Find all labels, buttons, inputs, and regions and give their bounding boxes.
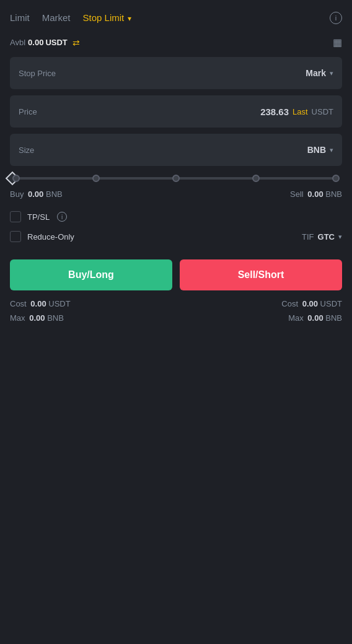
cost-row: Cost 0.00 USDT Cost 0.00 USDT (10, 299, 342, 308)
sell-qty-unit: BNB (325, 189, 342, 199)
price-unit: USDT (312, 107, 333, 116)
sell-qty-value: 0.00 (307, 189, 323, 199)
tab-stop-limit[interactable]: Stop Limit ▾ (83, 10, 132, 25)
size-label: Size (19, 146, 307, 155)
size-unit: BNB (307, 145, 326, 155)
buy-qty-value: 0.00 (28, 189, 43, 199)
buy-cost-label: Cost (10, 299, 27, 308)
sell-cost: Cost 0.00 USDT (281, 299, 342, 308)
qty-row: Buy 0.00 BNB Sell 0.00 BNB (10, 189, 342, 199)
tpsl-label: TP/SL (27, 212, 50, 222)
tab-limit[interactable]: Limit (10, 10, 30, 25)
balance-row: Avbl 0.00 USDT ⇄ ▦ (10, 37, 342, 48)
stop-price-field[interactable]: Stop Price Mark ▾ (10, 57, 342, 89)
action-buttons: Buy/Long Sell/Short (10, 259, 342, 290)
stop-price-dropdown[interactable]: Mark ▾ (306, 68, 333, 78)
sell-max-label: Max (288, 313, 304, 323)
sell-cost-unit: USDT (320, 299, 342, 308)
tpsl-row: TP/SL i (10, 211, 342, 222)
calculator-icon[interactable]: ▦ (333, 37, 342, 48)
sell-qty-label: Sell (290, 189, 304, 199)
size-field[interactable]: Size BNB ▾ (10, 134, 342, 166)
sell-max-unit: BNB (325, 313, 342, 323)
buy-max-unit: BNB (47, 313, 64, 323)
buy-max-label: Max (10, 313, 25, 323)
tpsl-info-icon[interactable]: i (57, 212, 67, 222)
slider-dot-4[interactable] (332, 175, 340, 182)
swap-icon[interactable]: ⇄ (73, 38, 80, 48)
order-info-icon[interactable]: i (330, 12, 342, 24)
buy-qty-unit: BNB (46, 189, 63, 199)
buy-cost: Cost 0.00 USDT (10, 299, 71, 308)
tpsl-checkbox[interactable] (10, 211, 21, 222)
slider-dot-2[interactable] (172, 175, 180, 182)
tab-market[interactable]: Market (42, 10, 71, 25)
slider-dot-1[interactable] (92, 175, 100, 182)
slider-container (10, 177, 342, 180)
buy-qty-label: Buy (10, 189, 24, 199)
max-row: Max 0.00 BNB Max 0.00 BNB (10, 313, 342, 323)
slider-dot-0[interactable] (12, 175, 20, 182)
avbl-unit: USDT (45, 38, 67, 47)
sell-max-value: 0.00 (307, 313, 323, 323)
buy-cost-unit: USDT (48, 299, 70, 308)
price-label: Price (19, 107, 260, 116)
slider-dot-3[interactable] (252, 175, 260, 182)
buy-max-value: 0.00 (29, 313, 45, 323)
buy-long-button[interactable]: Buy/Long (10, 259, 172, 290)
size-dropdown[interactable]: BNB ▾ (307, 145, 333, 155)
price-value-area: 238.63 Last USDT (260, 107, 333, 117)
avbl-value: 0.00 (28, 38, 43, 47)
size-arrow-icon: ▾ (330, 146, 333, 154)
tif-value: GTC (318, 232, 335, 242)
stop-price-type: Mark (306, 68, 326, 78)
stop-price-label: Stop Price (19, 69, 306, 78)
avbl-label: Avbl (10, 38, 25, 47)
reduce-only-checkbox[interactable] (10, 231, 21, 242)
order-tabs: Limit Market Stop Limit ▾ i (10, 10, 342, 25)
slider-track[interactable] (12, 177, 340, 180)
sell-qty: Sell 0.00 BNB (290, 189, 342, 199)
sell-short-button[interactable]: Sell/Short (180, 259, 342, 290)
tif-arrow-icon: ▾ (338, 233, 342, 241)
reduce-only-row: Reduce-Only TIF GTC ▾ (10, 231, 342, 242)
tif-label: TIF (302, 232, 314, 242)
price-field[interactable]: Price 238.63 Last USDT (10, 95, 342, 128)
tif-section[interactable]: TIF GTC ▾ (302, 232, 342, 242)
sell-cost-value: 0.00 (302, 299, 318, 308)
stop-price-arrow-icon: ▾ (330, 69, 333, 77)
reduce-only-label: Reduce-Only (27, 232, 74, 242)
sell-cost-label: Cost (281, 299, 298, 308)
buy-max: Max 0.00 BNB (10, 313, 64, 323)
slider-dots (12, 175, 340, 182)
buy-cost-value: 0.00 (30, 299, 46, 308)
stop-limit-arrow-icon: ▾ (128, 14, 131, 23)
buy-qty: Buy 0.00 BNB (10, 189, 63, 199)
sell-max: Max 0.00 BNB (288, 313, 342, 323)
price-tag: Last (293, 107, 308, 116)
price-value: 238.63 (260, 107, 289, 117)
